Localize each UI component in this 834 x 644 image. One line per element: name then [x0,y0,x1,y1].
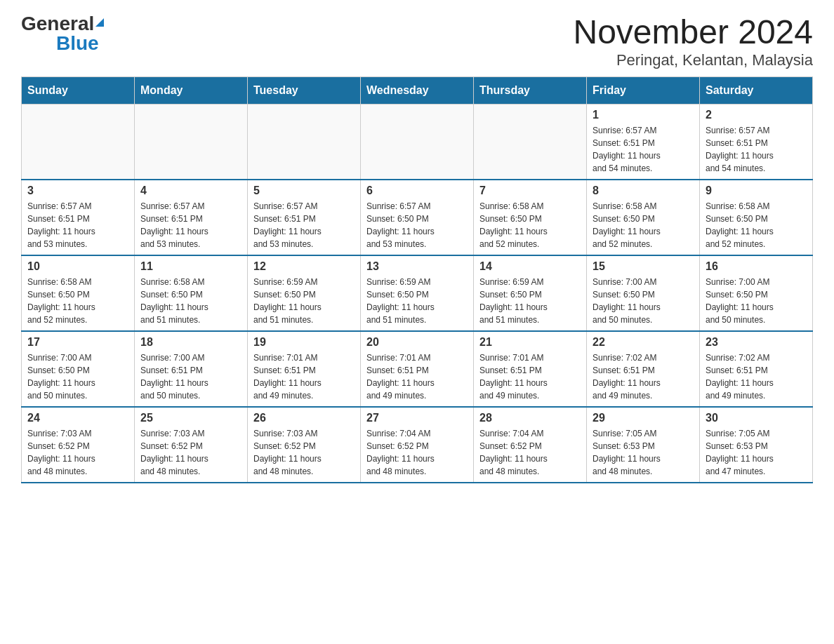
calendar-cell [474,104,587,180]
calendar-cell: 16Sunrise: 7:00 AM Sunset: 6:50 PM Dayli… [700,255,813,331]
day-number: 29 [593,412,694,424]
day-number: 2 [706,109,807,121]
calendar-cell: 5Sunrise: 6:57 AM Sunset: 6:51 PM Daylig… [248,180,361,255]
calendar-cell: 27Sunrise: 7:04 AM Sunset: 6:52 PM Dayli… [361,407,474,483]
weekday-header-monday: Monday [135,76,248,104]
calendar-cell: 13Sunrise: 6:59 AM Sunset: 6:50 PM Dayli… [361,255,474,331]
day-number: 5 [253,185,355,197]
day-info: Sunrise: 7:04 AM Sunset: 6:52 PM Dayligh… [479,427,581,478]
calendar-subtitle: Peringat, Kelantan, Malaysia [573,51,813,69]
day-info: Sunrise: 7:03 AM Sunset: 6:52 PM Dayligh… [253,427,355,478]
day-info: Sunrise: 6:57 AM Sunset: 6:51 PM Dayligh… [593,124,694,175]
day-info: Sunrise: 6:59 AM Sunset: 6:50 PM Dayligh… [253,276,355,326]
day-number: 7 [479,185,581,197]
day-info: Sunrise: 6:58 AM Sunset: 6:50 PM Dayligh… [706,200,807,250]
calendar-cell: 14Sunrise: 6:59 AM Sunset: 6:50 PM Dayli… [474,255,587,331]
day-number: 14 [479,260,581,273]
calendar-cell: 30Sunrise: 7:05 AM Sunset: 6:53 PM Dayli… [700,407,813,483]
calendar-cell: 8Sunrise: 6:58 AM Sunset: 6:50 PM Daylig… [587,180,700,255]
weekday-header-friday: Friday [587,76,700,104]
day-number: 26 [253,412,355,424]
day-info: Sunrise: 7:04 AM Sunset: 6:52 PM Dayligh… [366,427,468,478]
calendar-cell: 1Sunrise: 6:57 AM Sunset: 6:51 PM Daylig… [587,104,700,180]
day-info: Sunrise: 7:03 AM Sunset: 6:52 PM Dayligh… [140,427,241,478]
calendar-cell: 18Sunrise: 7:00 AM Sunset: 6:51 PM Dayli… [135,331,248,407]
calendar-cell: 25Sunrise: 7:03 AM Sunset: 6:52 PM Dayli… [135,407,248,483]
calendar-cell: 29Sunrise: 7:05 AM Sunset: 6:53 PM Dayli… [587,407,700,483]
day-info: Sunrise: 6:57 AM Sunset: 6:50 PM Dayligh… [366,200,468,250]
day-number: 4 [140,185,241,197]
day-number: 6 [366,185,468,197]
calendar-header-row: SundayMondayTuesdayWednesdayThursdayFrid… [22,76,813,104]
calendar-week-row: 24Sunrise: 7:03 AM Sunset: 6:52 PM Dayli… [22,407,813,483]
day-info: Sunrise: 6:59 AM Sunset: 6:50 PM Dayligh… [366,276,468,326]
day-info: Sunrise: 7:01 AM Sunset: 6:51 PM Dayligh… [366,351,468,402]
calendar-cell: 19Sunrise: 7:01 AM Sunset: 6:51 PM Dayli… [248,331,361,407]
day-number: 20 [366,336,468,349]
day-info: Sunrise: 7:01 AM Sunset: 6:51 PM Dayligh… [479,351,581,402]
calendar-week-row: 3Sunrise: 6:57 AM Sunset: 6:51 PM Daylig… [22,180,813,255]
calendar-cell: 2Sunrise: 6:57 AM Sunset: 6:51 PM Daylig… [700,104,813,180]
calendar-cell [22,104,135,180]
calendar-cell: 23Sunrise: 7:02 AM Sunset: 6:51 PM Dayli… [700,331,813,407]
calendar-cell: 26Sunrise: 7:03 AM Sunset: 6:52 PM Dayli… [248,407,361,483]
day-number: 17 [27,336,128,349]
day-info: Sunrise: 6:57 AM Sunset: 6:51 PM Dayligh… [27,200,128,250]
calendar-cell: 28Sunrise: 7:04 AM Sunset: 6:52 PM Dayli… [474,407,587,483]
day-number: 1 [593,109,694,121]
calendar-table: SundayMondayTuesdayWednesdayThursdayFrid… [21,76,813,483]
day-number: 21 [479,336,581,349]
day-number: 28 [479,412,581,424]
day-number: 3 [27,185,128,197]
day-number: 16 [706,260,807,273]
day-info: Sunrise: 7:03 AM Sunset: 6:52 PM Dayligh… [27,427,128,478]
calendar-cell: 21Sunrise: 7:01 AM Sunset: 6:51 PM Dayli… [474,331,587,407]
day-info: Sunrise: 6:58 AM Sunset: 6:50 PM Dayligh… [479,200,581,250]
weekday-header-thursday: Thursday [474,76,587,104]
calendar-cell: 9Sunrise: 6:58 AM Sunset: 6:50 PM Daylig… [700,180,813,255]
calendar-week-row: 1Sunrise: 6:57 AM Sunset: 6:51 PM Daylig… [22,104,813,180]
calendar-cell [135,104,248,180]
calendar-cell: 10Sunrise: 6:58 AM Sunset: 6:50 PM Dayli… [22,255,135,331]
day-number: 9 [706,185,807,197]
calendar-week-row: 10Sunrise: 6:58 AM Sunset: 6:50 PM Dayli… [22,255,813,331]
day-info: Sunrise: 7:02 AM Sunset: 6:51 PM Dayligh… [593,351,694,402]
calendar-cell: 15Sunrise: 7:00 AM Sunset: 6:50 PM Dayli… [587,255,700,331]
day-number: 15 [593,260,694,273]
day-info: Sunrise: 6:57 AM Sunset: 6:51 PM Dayligh… [253,200,355,250]
page-header: General Blue November 2024 Peringat, Kel… [21,14,813,69]
weekday-header-sunday: Sunday [22,76,135,104]
calendar-cell: 3Sunrise: 6:57 AM Sunset: 6:51 PM Daylig… [22,180,135,255]
calendar-cell [248,104,361,180]
day-number: 30 [706,412,807,424]
calendar-cell: 20Sunrise: 7:01 AM Sunset: 6:51 PM Dayli… [361,331,474,407]
day-number: 10 [27,260,128,273]
calendar-title: November 2024 [573,14,813,51]
day-number: 19 [253,336,355,349]
calendar-week-row: 17Sunrise: 7:00 AM Sunset: 6:50 PM Dayli… [22,331,813,407]
day-number: 8 [593,185,694,197]
weekday-header-saturday: Saturday [700,76,813,104]
day-info: Sunrise: 7:00 AM Sunset: 6:50 PM Dayligh… [593,276,694,326]
day-number: 23 [706,336,807,349]
calendar-cell: 6Sunrise: 6:57 AM Sunset: 6:50 PM Daylig… [361,180,474,255]
day-info: Sunrise: 7:05 AM Sunset: 6:53 PM Dayligh… [593,427,694,478]
weekday-header-wednesday: Wednesday [361,76,474,104]
logo-blue-text: Blue [56,32,99,54]
day-info: Sunrise: 6:59 AM Sunset: 6:50 PM Dayligh… [479,276,581,326]
day-number: 24 [27,412,128,424]
calendar-title-block: November 2024 Peringat, Kelantan, Malays… [573,14,813,69]
calendar-cell: 22Sunrise: 7:02 AM Sunset: 6:51 PM Dayli… [587,331,700,407]
day-number: 25 [140,412,241,424]
weekday-header-tuesday: Tuesday [248,76,361,104]
day-info: Sunrise: 6:58 AM Sunset: 6:50 PM Dayligh… [593,200,694,250]
day-number: 22 [593,336,694,349]
day-info: Sunrise: 6:57 AM Sunset: 6:51 PM Dayligh… [706,124,807,175]
day-number: 18 [140,336,241,349]
day-info: Sunrise: 7:00 AM Sunset: 6:51 PM Dayligh… [140,351,241,402]
calendar-cell: 17Sunrise: 7:00 AM Sunset: 6:50 PM Dayli… [22,331,135,407]
day-number: 11 [140,260,241,273]
logo-general-text: General [21,14,94,34]
day-info: Sunrise: 6:58 AM Sunset: 6:50 PM Dayligh… [27,276,128,326]
calendar-cell [361,104,474,180]
